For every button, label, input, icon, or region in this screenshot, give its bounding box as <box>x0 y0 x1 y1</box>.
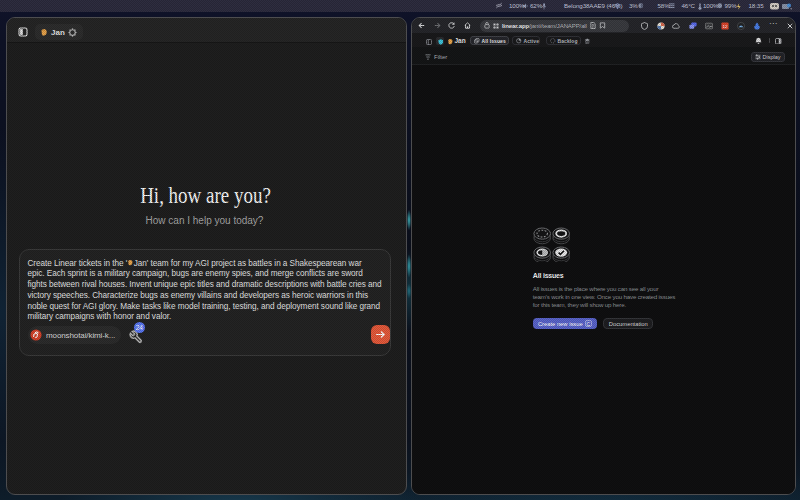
svg-text:12: 12 <box>722 23 727 28</box>
